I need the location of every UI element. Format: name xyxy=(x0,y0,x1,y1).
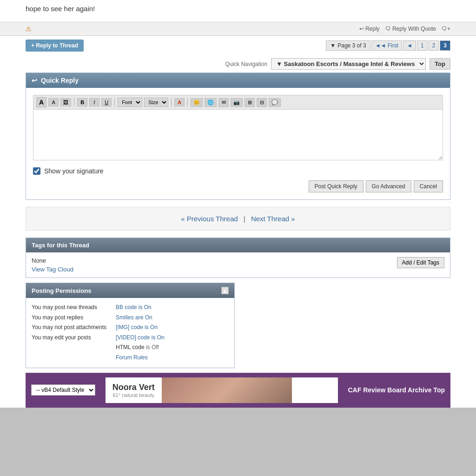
page-2-btn[interactable]: 2 xyxy=(429,40,439,51)
footer-bar: -- vB4 Default Style Noora Vert 61° natu… xyxy=(26,373,450,408)
permissions-section: Posting Permissions ▲ You may post new t… xyxy=(26,283,235,368)
footer-ad: Noora Vert 61° natural beauty xyxy=(106,377,338,403)
show-signature-label: Show your signature xyxy=(44,167,104,175)
toolbar-font-select[interactable]: Font xyxy=(118,98,142,107)
permissions-left: You may post new threads You may post re… xyxy=(32,303,106,363)
multi-quote-link[interactable]: 🗨+ xyxy=(442,26,450,32)
add-edit-tags-button[interactable]: Add / Edit Tags xyxy=(397,257,445,268)
toolbar-table2-btn[interactable]: ⊟ xyxy=(257,98,267,107)
page-3-btn[interactable]: 3 xyxy=(440,40,450,51)
view-tag-cloud-link[interactable]: View Tag Cloud xyxy=(32,266,73,273)
prev-page-btn[interactable]: ◄ xyxy=(403,40,416,51)
post-content: hope to see her again! xyxy=(0,0,476,22)
toolbar-bold-btn[interactable]: B xyxy=(77,98,87,106)
editor-toolbar: A A 🖼 B I U Font Size A 😊 🌐 ✉ xyxy=(33,95,443,109)
permissions-body: You may post new threads You may post re… xyxy=(26,298,234,368)
reply-textarea[interactable] xyxy=(33,109,443,160)
footer-ad-image xyxy=(162,377,292,403)
post-quick-reply-button[interactable]: Post Quick Reply xyxy=(309,180,364,192)
reply-with-quote-link[interactable]: 🗨 Reply With Quote xyxy=(385,26,436,32)
next-thread-link[interactable]: Next Thread » xyxy=(251,215,295,223)
reply-link[interactable]: ↩ Reply xyxy=(359,26,380,32)
tags-none-label: None xyxy=(32,257,73,264)
tags-section: Tags for this Thread None View Tag Cloud… xyxy=(26,238,450,278)
toolbar-underline-btn[interactable]: U xyxy=(101,98,112,106)
thread-nav-separator: | xyxy=(244,215,245,223)
video-link[interactable]: [VIDEO] xyxy=(116,334,136,341)
toolbar-globe-btn[interactable]: 🌐 xyxy=(205,98,217,107)
previous-thread-link[interactable]: « Previous Thread xyxy=(181,215,238,223)
img-link[interactable]: [IMG] xyxy=(116,324,129,331)
perm-forum-rules: Forum Rules xyxy=(116,353,165,363)
bbcode-link[interactable]: BB code xyxy=(116,304,137,311)
footer-style-select[interactable]: -- vB4 Default Style xyxy=(31,384,95,396)
quick-nav-label: Quick Navigation xyxy=(225,61,267,67)
toolbar-divider-1 xyxy=(74,98,74,106)
quick-reply-icon: ↩ xyxy=(32,77,37,84)
toolbar-img-btn[interactable]: 🖼 xyxy=(60,98,71,106)
smilies-link[interactable]: Smilies xyxy=(116,314,134,321)
permissions-right: BB code is On Smilies are On [IMG] code … xyxy=(116,303,165,363)
footer-archive-text: CAF Review Board Archive Top xyxy=(348,386,445,394)
reply-to-thread-button[interactable]: + Reply to Thread xyxy=(26,40,84,52)
ad-brand: Noora Vert xyxy=(112,383,155,392)
toolbar-divider-4 xyxy=(187,98,188,106)
go-advanced-button[interactable]: Go Advanced xyxy=(366,180,411,192)
perm-replies: You may post replies xyxy=(32,313,106,323)
toolbar-size-select[interactable]: Size xyxy=(144,98,168,107)
perm-img: [IMG] code is On xyxy=(116,323,165,333)
toolbar-color-btn[interactable]: A xyxy=(174,98,185,106)
video-status: code is On xyxy=(138,334,164,341)
perm-html: HTML code is Off xyxy=(116,343,165,353)
tags-header: Tags for this Thread xyxy=(26,238,450,252)
post-text: hope to see her again! xyxy=(26,5,95,13)
page-info: ▼ Page 3 of 3 xyxy=(326,40,370,51)
tags-body: None View Tag Cloud Add / Edit Tags xyxy=(26,252,450,278)
quick-reply-body: A A 🖼 B I U Font Size A 😊 🌐 ✉ xyxy=(26,88,450,199)
quick-nav-bar: Quick Navigation ▼ Saskatoon Escorts / M… xyxy=(0,55,476,73)
perm-new-threads: You may post new threads xyxy=(32,303,106,313)
footer-ad-text: Noora Vert 61° natural beauty xyxy=(106,379,162,402)
smilies-status: are On xyxy=(135,314,152,321)
action-bar-right: ↩ Reply 🗨 Reply With Quote 🗨+ xyxy=(359,26,450,32)
signature-row: Show your signature xyxy=(33,167,443,175)
reply-bar: + Reply to Thread ▼ Page 3 of 3 ◄◄ First… xyxy=(0,36,476,55)
perm-edit-posts: You may edit your posts xyxy=(32,333,106,343)
permissions-title: Posting Permissions xyxy=(32,287,92,294)
toolbar-font-small-btn[interactable]: A xyxy=(48,98,59,106)
perm-bbcode: BB code is On xyxy=(116,303,165,313)
toolbar-italic-btn[interactable]: I xyxy=(89,98,99,106)
warning-icon: ⚠ xyxy=(26,25,32,33)
quick-reply-header: ↩ Quick Reply xyxy=(26,73,450,88)
toolbar-divider-3 xyxy=(171,98,172,106)
page-label: Page 3 of 3 xyxy=(337,42,366,49)
perm-smilies: Smilies are On xyxy=(116,313,165,323)
toolbar-table-btn[interactable]: ⊞ xyxy=(245,98,255,107)
form-buttons: Post Quick Reply Go Advanced Cancel xyxy=(33,180,443,192)
html-status: is Off xyxy=(146,344,159,350)
toolbar-font-large-btn[interactable]: A xyxy=(36,97,46,107)
pagination: ▼ Page 3 of 3 ◄◄ First ◄ 1 2 3 xyxy=(326,40,450,51)
cancel-button[interactable]: Cancel xyxy=(414,180,443,192)
quick-reply-section: ↩ Quick Reply A A 🖼 B I U Font Size xyxy=(26,73,450,200)
main-wrapper: hope to see her again! ⚠ ↩ Reply 🗨 Reply… xyxy=(0,0,476,408)
thread-nav: « Previous Thread | Next Thread » xyxy=(26,207,450,231)
first-page-btn[interactable]: ◄◄ First xyxy=(371,40,402,51)
forum-rules-link[interactable]: Forum Rules xyxy=(116,354,148,361)
img-status: code is On xyxy=(131,324,158,331)
page-dropdown-icon[interactable]: ▼ xyxy=(330,42,336,49)
tags-content: None View Tag Cloud xyxy=(32,257,73,273)
toolbar-divider-2 xyxy=(114,98,115,106)
quick-nav-select[interactable]: ▼ Saskatoon Escorts / Massage Intel & Re… xyxy=(271,58,426,70)
perm-video: [VIDEO] code is On xyxy=(116,333,165,343)
toolbar-camera-btn[interactable]: 📷 xyxy=(231,98,243,107)
top-button[interactable]: Top xyxy=(430,58,450,70)
permissions-collapse-btn[interactable]: ▲ xyxy=(221,287,229,294)
toolbar-quote-btn[interactable]: 💬 xyxy=(269,98,281,107)
toolbar-email-btn[interactable]: ✉ xyxy=(218,98,229,107)
page-1-btn[interactable]: 1 xyxy=(417,40,428,51)
action-bar: ⚠ ↩ Reply 🗨 Reply With Quote 🗨+ xyxy=(0,22,476,36)
show-signature-checkbox[interactable] xyxy=(33,167,40,175)
toolbar-smilies-btn[interactable]: 😊 xyxy=(191,98,203,107)
ad-tagline: 61° natural beauty xyxy=(112,392,155,398)
